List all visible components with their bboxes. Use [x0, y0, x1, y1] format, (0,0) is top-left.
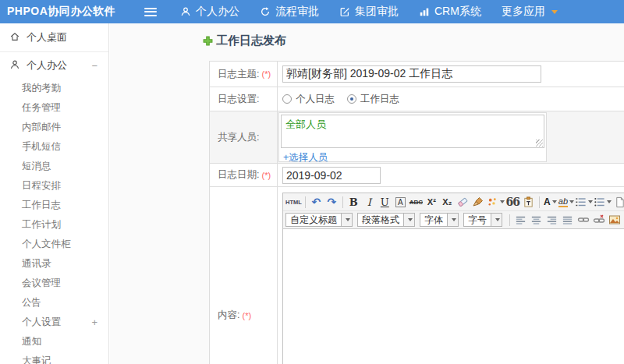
menu-toggle-icon[interactable] — [144, 8, 157, 16]
editor-paste-text-button[interactable] — [521, 195, 536, 210]
editor-bold-button[interactable]: B — [346, 195, 361, 210]
editor-blockquote-button[interactable]: 66 — [505, 195, 520, 210]
field-label: 共享人员: — [218, 131, 259, 144]
expand-icon[interactable]: + — [91, 313, 98, 332]
field-label: 内容: — [218, 309, 239, 322]
editor-align-center-button[interactable] — [529, 213, 544, 228]
radio-option-work-log[interactable]: 工作日志 — [347, 93, 399, 106]
share-members-textarea[interactable]: 全部人员 — [281, 115, 544, 148]
editor-strikethrough-button[interactable]: ABC — [409, 195, 424, 210]
sidebar-item-meeting-management[interactable]: 会议管理 — [0, 274, 108, 293]
field-label: 日志主题: — [218, 68, 259, 81]
editor-heading-select[interactable]: 自定义标题 — [285, 213, 353, 227]
sidebar-item-internal-mail[interactable]: 内部邮件 — [0, 118, 108, 137]
editor-insert-link-button[interactable] — [576, 213, 590, 228]
sidebar-item-work-log[interactable]: 工作日志 — [0, 196, 108, 215]
editor-char-border-button[interactable]: A — [393, 195, 408, 210]
dropdown-caret[interactable] — [491, 214, 502, 226]
editor-font-color-button[interactable]: A — [543, 195, 558, 210]
nav-more-apps[interactable]: 更多应用 — [502, 5, 558, 19]
sidebar-item-short-message[interactable]: 短消息 — [0, 157, 108, 176]
editor-new-page-button[interactable] — [612, 195, 624, 210]
radio-label: 个人日志 — [296, 93, 335, 106]
radio-unchecked-icon[interactable] — [282, 94, 292, 104]
editor-superscript-button[interactable]: X² — [424, 195, 439, 210]
sidebar-submenu: 我的考勤 任务管理 内部邮件 手机短信 短消息 日程安排 工作日志 工作计划 个… — [0, 79, 108, 364]
sidebar-item-task-management[interactable]: 任务管理 — [0, 98, 108, 118]
editor-format-brush-button[interactable] — [471, 195, 486, 210]
editor-ordered-list-button[interactable] — [575, 195, 593, 210]
sidebar-item-major-events[interactable]: 大事记 — [0, 352, 108, 364]
edit-icon — [339, 6, 350, 17]
select-value: 段落格式 — [358, 214, 403, 227]
app-window: PHPOA协同办公软件 个人办公 流程审批 集团审批 — [0, 0, 624, 364]
caret-down-icon — [607, 200, 612, 203]
sidebar-item-desktop[interactable]: 个人桌面 — [0, 23, 108, 51]
sidebar-item-schedule[interactable]: 日程安排 — [0, 176, 108, 196]
sidebar-group-personal-office[interactable]: 个人办公 − — [0, 52, 108, 79]
divider — [509, 214, 510, 226]
sidebar-item-label: 个人桌面 — [27, 30, 67, 44]
sidebar-item-sms[interactable]: 手机短信 — [0, 137, 108, 157]
radio-checked-icon[interactable] — [347, 94, 356, 104]
sidebar-item-personal-files[interactable]: 个人文件柜 — [0, 235, 108, 254]
editor-remove-format-button[interactable] — [456, 195, 470, 210]
radio-option-personal-log[interactable]: 个人日志 — [282, 93, 335, 106]
dropdown-caret[interactable] — [403, 214, 414, 226]
brush-icon — [472, 196, 484, 208]
nav-personal-office[interactable]: 个人办公 — [180, 5, 239, 19]
collapse-icon[interactable]: − — [91, 60, 98, 72]
user-icon — [9, 59, 20, 72]
top-navigation-bar: PHPOA协同办公软件 个人办公 流程审批 集团审批 — [0, 0, 624, 23]
nav-workflow-approval[interactable]: 流程审批 — [260, 5, 319, 19]
sidebar-item-announcement[interactable]: 公告 — [0, 293, 108, 313]
select-value: 字体 — [420, 214, 447, 227]
sidebar-item-contacts[interactable]: 通讯录 — [0, 254, 108, 274]
align-justify-icon — [562, 214, 573, 226]
editor-align-left-button[interactable] — [513, 213, 528, 228]
subject-label: 日志主题: (*) — [210, 62, 278, 87]
undo-icon: ↶ — [311, 196, 321, 208]
sidebar-item-personal-settings[interactable]: 个人设置+ — [0, 313, 108, 332]
nav-crm-system[interactable]: CRM系统 — [419, 5, 481, 19]
editor-font-family-select[interactable]: 字体 — [420, 213, 459, 227]
resize-handle-icon[interactable] — [536, 140, 543, 147]
sidebar-item-my-attendance[interactable]: 我的考勤 — [0, 79, 108, 98]
editor-unordered-list-button[interactable] — [594, 195, 612, 210]
editor-align-right-button[interactable] — [544, 213, 559, 228]
dropdown-caret[interactable] — [447, 214, 458, 226]
editor-remove-link-button[interactable] — [591, 213, 606, 228]
nav-group-approval[interactable]: 集团审批 — [339, 5, 399, 19]
unordered-list-icon — [594, 196, 605, 208]
sidebar-item-notice[interactable]: 通知 — [0, 332, 108, 352]
top-nav-menu: 个人办公 流程审批 集团审批 CRM系统 更多应用 — [180, 5, 558, 19]
editor-font-size-select[interactable]: 字号 — [463, 213, 502, 227]
highlight-icon: ab — [558, 196, 568, 207]
editor-underline-button[interactable]: U — [378, 195, 392, 210]
editor-source-button[interactable]: HTML — [285, 195, 302, 210]
editor-insert-image-button[interactable] — [607, 213, 622, 228]
app-logo: PHPOA协同办公软件 — [7, 5, 138, 19]
editor-align-justify-button[interactable] — [560, 213, 575, 228]
subject-input[interactable] — [282, 65, 541, 83]
editor-undo-button[interactable]: ↶ — [309, 195, 324, 210]
image-icon — [608, 214, 621, 226]
editor-subscript-button[interactable]: X₂ — [440, 195, 455, 210]
caret-down-icon — [588, 200, 593, 203]
caret-down-icon — [452, 218, 456, 221]
char-border-icon: A — [395, 197, 406, 207]
nav-label: 个人办公 — [196, 5, 239, 19]
redo-icon: ↷ — [327, 196, 336, 208]
date-input[interactable] — [282, 167, 381, 184]
editor-highlight-color-button[interactable]: ab — [558, 195, 574, 210]
editor-content-area[interactable] — [283, 229, 624, 364]
divider — [342, 196, 343, 208]
sidebar-item-work-plan[interactable]: 工作计划 — [0, 215, 108, 235]
rich-text-editor: HTML ↶ ↷ B I U A ABC X² X₂ — [282, 193, 624, 364]
select-members-link[interactable]: +选择人员 — [283, 151, 328, 164]
editor-redo-button[interactable]: ↷ — [324, 195, 339, 210]
editor-paragraph-format-select[interactable]: 段落格式 — [357, 213, 415, 227]
dropdown-caret[interactable] — [341, 214, 352, 226]
editor-italic-button[interactable]: I — [362, 195, 377, 210]
editor-auto-typeset-button[interactable] — [487, 195, 505, 210]
